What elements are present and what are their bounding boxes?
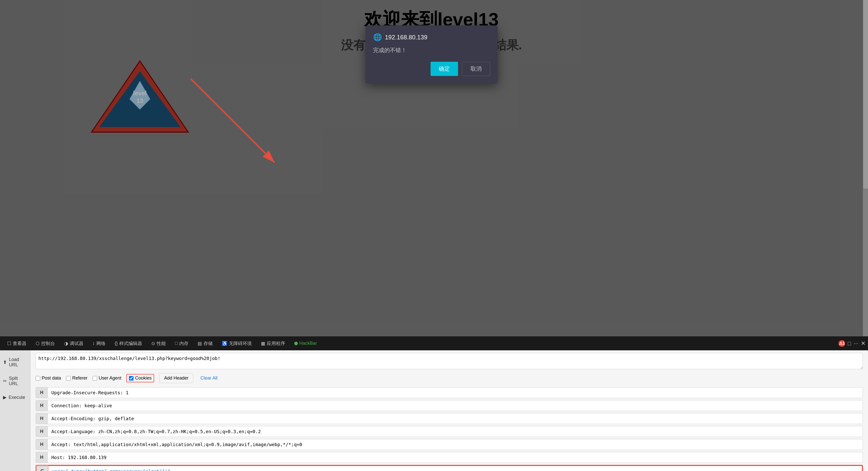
user-agent-checkbox-label[interactable]: User Agent: [93, 375, 121, 381]
split-url-button[interactable]: ✂ Split URL: [0, 372, 30, 391]
tab-performance[interactable]: ⊙ 性能: [147, 336, 170, 350]
accessibility-icon: ♿: [222, 341, 227, 346]
tab-memory[interactable]: □ 内存: [170, 336, 193, 350]
load-url-button[interactable]: ⬆ Load URL: [0, 353, 30, 372]
tab-storage[interactable]: ▤ 存储: [193, 336, 217, 350]
tab-storage-label: 存储: [204, 340, 213, 346]
style-editor-icon: {}: [115, 341, 118, 346]
dialog-message: 完成的不错！: [373, 46, 490, 54]
hackbar-sidebar: ⬆ Load URL ✂ Split URL ▶ Execute: [0, 350, 31, 471]
app-icon: ▦: [261, 341, 265, 346]
tab-app-label: 应用程序: [267, 340, 285, 346]
tab-app[interactable]: ▦ 应用程序: [256, 336, 290, 350]
tab-style-editor-label: 样式编辑器: [119, 340, 142, 346]
tab-style-editor[interactable]: {} 样式编辑器: [110, 336, 147, 350]
table-row: H: [36, 426, 863, 437]
tab-hackbar-label: HackBar: [299, 341, 317, 346]
debugger-icon: ◑: [64, 341, 68, 346]
tab-inspector-label: 查看器: [13, 340, 26, 346]
split-panel-icon[interactable]: □: [848, 340, 851, 347]
cookies-checkbox-label[interactable]: Cookies: [129, 375, 152, 381]
header-input-2[interactable]: [48, 400, 863, 411]
confirm-button[interactable]: 确定: [431, 62, 458, 76]
referer-checkbox-label[interactable]: Referer: [66, 375, 88, 381]
referer-label: Referer: [72, 375, 88, 381]
error-count: 1: [843, 341, 845, 346]
globe-icon: 🌐: [373, 33, 382, 41]
tab-memory-label: 内存: [179, 340, 188, 346]
more-options-icon[interactable]: ···: [854, 340, 858, 347]
cookies-wrapper: Cookies: [126, 374, 154, 382]
table-row: H: [36, 452, 863, 463]
referer-checkbox[interactable]: [66, 376, 71, 380]
header-rows: H H H H: [36, 387, 863, 471]
cookies-checkbox[interactable]: [129, 376, 133, 380]
table-row: H: [36, 387, 863, 398]
header-input-6[interactable]: [48, 452, 863, 463]
close-devtools-icon[interactable]: ✕: [861, 340, 865, 347]
tab-inspector[interactable]: ☐ 查看器: [3, 336, 31, 350]
user-agent-checkbox[interactable]: [93, 376, 97, 380]
tab-hackbar[interactable]: HackBar: [290, 336, 321, 350]
scrollbar[interactable]: [863, 0, 868, 189]
console-icon: ⬡: [36, 341, 40, 346]
execute-label: Execute: [9, 395, 25, 400]
table-row: H: [36, 413, 863, 424]
header-input-5[interactable]: [48, 439, 863, 450]
tab-accessibility-label: 无障碍环境: [229, 340, 252, 346]
post-data-label: Post data: [42, 375, 61, 381]
post-data-checkbox[interactable]: [36, 376, 40, 380]
tab-console-label: 控制台: [41, 340, 55, 346]
hackbar-dot-icon: [294, 342, 298, 345]
load-url-label: Load URL: [9, 357, 27, 368]
cookie-type-badge: C: [36, 466, 48, 471]
options-row: Post data Referer User Agent Cookies Add: [36, 373, 863, 383]
dialog-header: 🌐 192.168.80.139: [373, 33, 490, 41]
performance-icon: ⊙: [151, 341, 155, 346]
tab-console[interactable]: ⬡ 控制台: [31, 336, 60, 350]
cookies-label: Cookies: [135, 375, 152, 381]
alert-dialog: 🌐 192.168.80.139 完成的不错！ 确定 取消: [366, 25, 498, 83]
header-type-h3: H: [36, 413, 48, 424]
error-icon: ⚠: [839, 341, 843, 346]
cookie-input[interactable]: [48, 465, 862, 471]
memory-icon: □: [175, 341, 178, 346]
header-type-h1: H: [36, 387, 48, 398]
storage-icon: ▤: [197, 341, 202, 346]
dialog-overlay: 🌐 192.168.80.139 完成的不错！ 确定 取消: [0, 0, 863, 349]
dialog-buttons: 确定 取消: [373, 62, 490, 76]
tab-performance-label: 性能: [157, 340, 166, 346]
tab-network[interactable]: ↕ 网络: [88, 336, 110, 350]
post-data-checkbox-label[interactable]: Post data: [36, 375, 61, 381]
execute-icon: ▶: [3, 395, 7, 400]
url-input[interactable]: [36, 353, 863, 369]
cancel-button[interactable]: 取消: [462, 62, 490, 76]
dialog-url: 192.168.80.139: [385, 34, 428, 41]
header-input-4[interactable]: [48, 426, 863, 437]
header-type-h5: H: [36, 439, 48, 450]
user-agent-label: User Agent: [99, 375, 121, 381]
execute-button[interactable]: ▶ Execute: [0, 391, 30, 404]
table-row: H: [36, 439, 863, 450]
tab-accessibility[interactable]: ♿ 无障碍环境: [217, 336, 256, 350]
devtools-right: ⚠ 1 □ ··· ✕: [838, 340, 865, 347]
network-icon: ↕: [93, 341, 95, 346]
inspector-icon: ☐: [7, 341, 11, 346]
header-type-h2: H: [36, 400, 48, 411]
cookie-row: C: [36, 465, 863, 471]
add-header-button[interactable]: Add Header: [159, 373, 193, 383]
browser-viewport: 欢迎来到level13 没有找到和good job!相关的结果. level 1…: [0, 0, 868, 471]
split-url-label: Split URL: [9, 376, 27, 386]
clear-all-button[interactable]: Clear All: [198, 373, 219, 383]
hackbar-panel: ⬆ Load URL ✂ Split URL ▶ Execute Post da…: [0, 350, 868, 471]
header-type-h6: H: [36, 452, 48, 463]
tab-debugger[interactable]: ◑ 调试器: [60, 336, 88, 350]
header-input-3[interactable]: [48, 413, 863, 424]
load-url-icon: ⬆: [3, 360, 7, 365]
hackbar-main: Post data Referer User Agent Cookies Add: [31, 350, 868, 471]
error-badge: ⚠ 1: [838, 340, 845, 347]
header-input-1[interactable]: [48, 387, 863, 398]
tab-debugger-label: 调试器: [70, 340, 84, 346]
tab-network-label: 网络: [96, 340, 105, 346]
table-row: H: [36, 400, 863, 411]
